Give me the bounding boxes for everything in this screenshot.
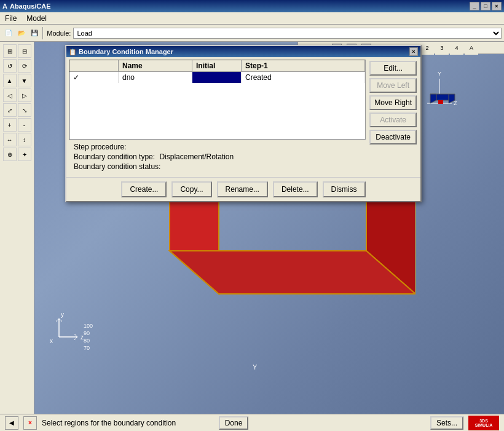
- row-check: ✓: [69, 72, 119, 83]
- create-button[interactable]: Create...: [121, 181, 167, 197]
- close-button[interactable]: ×: [492, 2, 502, 10]
- sidebar-icon-13[interactable]: ↔: [3, 133, 17, 146]
- app-icon: A: [2, 2, 7, 10]
- sidebar-icon-2[interactable]: ⊟: [18, 44, 31, 58]
- svg-text:Z: Z: [454, 100, 457, 106]
- sidebar-row-5: ⤢ ⤡: [1, 103, 33, 117]
- sidebar-icon-3[interactable]: ↺: [3, 59, 17, 73]
- toolbar-separator-1: [42, 27, 43, 39]
- col-header-name-label: Name: [119, 60, 192, 71]
- y-coord-label: Y: [253, 363, 257, 371]
- step-procedure-line: Step procedure:: [74, 143, 361, 151]
- col-header-step: Step-1: [242, 60, 365, 71]
- sidebar-icon-9[interactable]: ⤢: [3, 103, 17, 117]
- dialog-title-bar: 📋 Boundary Condition Manager ×: [66, 46, 420, 57]
- sidebar-row-6: + -: [1, 118, 33, 132]
- move-right-button[interactable]: Move Right: [369, 95, 417, 110]
- rename-button[interactable]: Rename...: [217, 181, 268, 197]
- table-row[interactable]: ✓ dno Created: [69, 72, 365, 83]
- bc-manager-dialog-overlay: 📋 Boundary Condition Manager ×: [65, 45, 422, 202]
- app-window: A Abaqus/CAE _ □ × File Model 📄 📂 💾 Modu…: [0, 0, 504, 431]
- svg-text:80: 80: [84, 338, 90, 344]
- sidebar-row-3: ▲ ▼: [1, 74, 33, 87]
- back-button[interactable]: ◀: [5, 416, 18, 430]
- move-left-button[interactable]: Move Left: [369, 78, 417, 93]
- new-button[interactable]: 📄: [2, 26, 14, 40]
- sets-button[interactable]: Sets...: [430, 416, 463, 430]
- status-message: Select regions for the boundary conditio…: [42, 419, 214, 427]
- dismiss-button[interactable]: Dismiss: [323, 181, 366, 197]
- content-area: ⊞ ⊟ ↺ ⟳ ▲ ▼ ◁ ▷ ⤢ ⤡ + -: [0, 42, 504, 414]
- menu-model[interactable]: Model: [24, 13, 49, 24]
- svg-marker-31: [430, 94, 436, 103]
- sidebar-icon-10[interactable]: ⤡: [18, 103, 31, 117]
- sidebar-icon-15[interactable]: ⊕: [3, 148, 17, 161]
- bc-status-line: Boundary condition status:: [74, 162, 361, 171]
- svg-text:y: y: [61, 311, 64, 318]
- left-sidebar: ⊞ ⊟ ↺ ⟳ ▲ ▼ ◁ ▷ ⤢ ⤡ + -: [0, 42, 34, 414]
- row-name: dno: [119, 72, 192, 83]
- sidebar-row-4: ◁ ▷: [1, 89, 33, 102]
- sidebar-icon-5[interactable]: ▲: [3, 74, 17, 87]
- dialog-bottom-buttons: Create... Copy... Rename... Delete... Di…: [66, 177, 420, 201]
- table-header: Name Initial Step-1: [69, 60, 365, 72]
- copy-button[interactable]: Copy...: [171, 181, 211, 197]
- activate-button[interactable]: Activate: [369, 113, 417, 127]
- module-dropdown[interactable]: Load: [73, 28, 502, 39]
- app-title: Abaqus/CAE: [10, 2, 470, 10]
- save-button[interactable]: 💾: [28, 26, 40, 40]
- status-bar: ◀ × Select regions for the boundary cond…: [0, 414, 504, 431]
- bc-type-line: Boundary condition type: Displacement/Ro…: [74, 152, 361, 161]
- step-procedure-label: Step procedure:: [74, 143, 126, 151]
- dialog-title-text: Boundary Condition Manager: [79, 48, 409, 55]
- sidebar-icon-16[interactable]: ✦: [18, 148, 31, 161]
- col-header-name: [69, 60, 119, 71]
- main-viewport: Help ? _ □ × 🔄 | 1 2 3 4 A: [34, 42, 504, 414]
- delete-button[interactable]: Delete...: [273, 181, 318, 197]
- checkmark-icon: ✓: [73, 73, 79, 82]
- sidebar-row-8: ⊕ ✦: [1, 148, 33, 161]
- sidebar-row-1: ⊞ ⊟: [1, 44, 33, 58]
- row-initial: [192, 72, 242, 83]
- vp-toolbar-4[interactable]: 2: [420, 42, 434, 55]
- vp-toolbar-6[interactable]: 4: [450, 42, 463, 55]
- menu-file[interactable]: File: [2, 13, 19, 24]
- done-button[interactable]: Done: [219, 416, 249, 430]
- sidebar-icon-7[interactable]: ◁: [3, 89, 17, 102]
- svg-text:70: 70: [84, 345, 90, 351]
- minimize-button[interactable]: _: [470, 2, 479, 10]
- sidebar-icon-1[interactable]: ⊞: [3, 44, 17, 58]
- bc-status-label: Boundary condition status:: [74, 162, 160, 171]
- deactivate-button[interactable]: Deactivate: [369, 130, 417, 144]
- row-step1: Created: [242, 72, 365, 83]
- svg-text:100: 100: [84, 323, 93, 329]
- sidebar-row-2: ↺ ⟳: [1, 59, 33, 73]
- dialog-close-button[interactable]: ×: [409, 47, 418, 56]
- vp-toolbar-7[interactable]: A: [465, 42, 478, 55]
- sidebar-icon-4[interactable]: ⟳: [18, 59, 31, 73]
- sidebar-row-7: ↔ ↕: [1, 133, 33, 146]
- sidebar-icon-8[interactable]: ▷: [18, 89, 31, 102]
- title-bar-buttons: _ □ ×: [470, 2, 502, 10]
- sidebar-icon-14[interactable]: ↕: [18, 133, 31, 146]
- sidebar-icon-6[interactable]: ▼: [18, 74, 31, 87]
- vp-toolbar-5[interactable]: 3: [435, 42, 449, 55]
- sidebar-icon-12[interactable]: -: [18, 118, 31, 132]
- menu-bar: File Model: [0, 12, 504, 25]
- main-toolbar: 📄 📂 💾 Module: Load: [0, 25, 504, 42]
- dialog-right-buttons: Edit... Move Left Move Right Activate De…: [368, 60, 418, 175]
- stop-button[interactable]: ×: [23, 416, 37, 430]
- simulia-logo: 3DS SIMULIA: [468, 416, 499, 430]
- svg-text:Y: Y: [438, 71, 441, 77]
- svg-text:90: 90: [84, 330, 90, 336]
- sidebar-icon-11[interactable]: +: [3, 118, 17, 132]
- svg-text:x: x: [50, 338, 53, 344]
- bc-type-value: Displacement/Rotation: [159, 152, 234, 161]
- bc-type-label: Boundary condition type:: [74, 152, 155, 161]
- module-label: Module:: [45, 28, 72, 38]
- svg-rect-33: [438, 100, 443, 104]
- maximize-button[interactable]: □: [481, 2, 490, 10]
- coordinate-axis: x z y 100 90 80 70: [47, 309, 96, 352]
- edit-button[interactable]: Edit...: [369, 61, 417, 76]
- open-button[interactable]: 📂: [15, 26, 27, 40]
